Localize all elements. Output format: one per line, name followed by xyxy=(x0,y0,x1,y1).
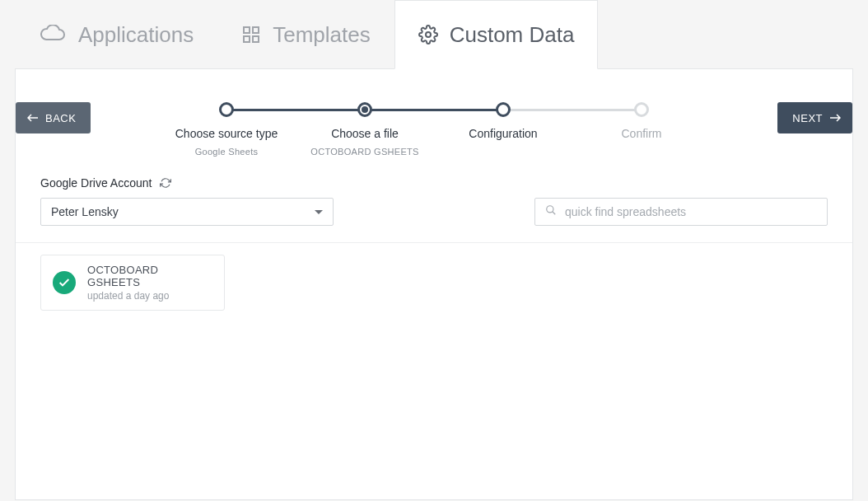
stepper: Choose source type Google Sheets Choose … xyxy=(157,102,711,157)
cloud-icon xyxy=(39,25,67,44)
grid-icon xyxy=(241,25,261,44)
file-card[interactable]: OCTOBOARD GSHEETS updated a day ago xyxy=(40,255,225,311)
step-label: Confirm xyxy=(621,127,661,140)
account-select[interactable]: Peter Lensky xyxy=(40,198,334,226)
check-icon xyxy=(53,271,76,294)
step-circle-icon xyxy=(634,102,649,117)
svg-rect-3 xyxy=(253,36,259,42)
svg-rect-2 xyxy=(244,36,250,42)
search-input[interactable] xyxy=(565,205,817,218)
back-label: BACK xyxy=(45,112,76,124)
step-circle-icon xyxy=(357,102,372,117)
chevron-down-icon xyxy=(315,210,323,214)
svg-rect-1 xyxy=(253,27,259,33)
step-connector xyxy=(226,109,365,111)
svg-point-5 xyxy=(547,206,553,213)
step-connector xyxy=(365,109,503,111)
arrow-left-icon xyxy=(27,112,39,124)
tab-templates[interactable]: Templates xyxy=(217,0,394,69)
account-label-row: Google Drive Account xyxy=(40,176,334,190)
account-label: Google Drive Account xyxy=(40,176,152,190)
form-row: Google Drive Account Peter Lensky xyxy=(16,176,852,243)
account-selected-value: Peter Lensky xyxy=(51,205,119,218)
tab-applications[interactable]: Applications xyxy=(15,0,217,69)
search-icon xyxy=(545,204,557,219)
step-connector xyxy=(503,109,642,111)
step-label: Choose a file xyxy=(331,127,399,140)
step-label: Choose source type xyxy=(175,127,278,140)
file-subtitle: updated a day ago xyxy=(87,290,212,302)
search-box[interactable] xyxy=(534,198,828,226)
svg-point-4 xyxy=(426,32,431,37)
step-circle-icon xyxy=(219,102,234,117)
results-area: OCTOBOARD GSHEETS updated a day ago xyxy=(16,243,852,322)
main-panel: BACK NEXT Choose source type Google Shee… xyxy=(15,68,853,500)
next-label: NEXT xyxy=(792,112,823,124)
tab-label: Custom Data xyxy=(450,22,575,48)
step-circle-icon xyxy=(496,102,511,117)
file-info: OCTOBOARD GSHEETS updated a day ago xyxy=(87,264,212,302)
svg-rect-0 xyxy=(244,27,250,33)
arrow-right-icon xyxy=(829,112,841,124)
svg-line-6 xyxy=(553,212,556,215)
next-button[interactable]: NEXT xyxy=(777,102,852,133)
tab-label: Templates xyxy=(273,22,371,48)
account-field-group: Google Drive Account Peter Lensky xyxy=(40,176,334,226)
file-title: OCTOBOARD GSHEETS xyxy=(87,264,212,288)
step-sublabel: OCTOBOARD GSHEETS xyxy=(310,147,418,157)
back-button[interactable]: BACK xyxy=(16,102,91,133)
tab-custom-data[interactable]: Custom Data xyxy=(394,0,599,69)
tab-label: Applications xyxy=(78,22,194,48)
gear-icon xyxy=(418,25,438,44)
step-source-type[interactable]: Choose source type Google Sheets xyxy=(157,102,296,157)
refresh-icon[interactable] xyxy=(160,177,171,189)
step-sublabel: Google Sheets xyxy=(195,147,259,157)
step-label: Configuration xyxy=(469,127,537,140)
wizard-header: BACK NEXT Choose source type Google Shee… xyxy=(16,69,852,176)
tabs-row: Applications Templates Custom Data xyxy=(0,0,868,69)
